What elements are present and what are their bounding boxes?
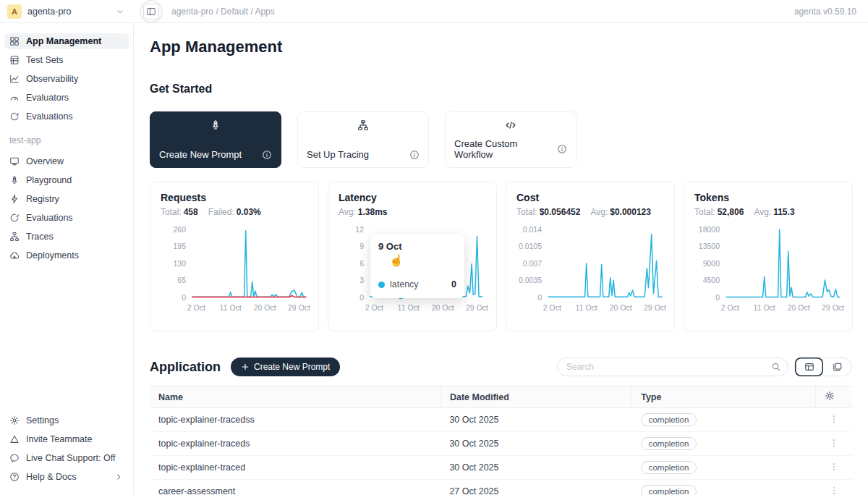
svg-text:2 Oct: 2 Oct	[721, 303, 739, 312]
sidebar-item-label: Evaluations	[26, 111, 73, 122]
search-input[interactable]	[558, 362, 765, 372]
plus-icon	[241, 363, 250, 371]
tree-icon	[9, 232, 20, 242]
main-content: App Management Get Started Create New Pr…	[134, 23, 868, 495]
card-view-button[interactable]	[823, 358, 851, 376]
app-name[interactable]: topic-explainer-traceds	[150, 432, 441, 456]
app-name[interactable]: career-assessment	[150, 480, 441, 495]
table-row[interactable]: topic-explainer-tracedss 30 Oct 2025 com…	[150, 408, 852, 432]
svg-text:20 Oct: 20 Oct	[610, 303, 632, 312]
svg-text:9000: 9000	[703, 259, 720, 268]
info-icon[interactable]	[557, 144, 567, 154]
workspace-selector[interactable]: A agenta-pro	[0, 0, 134, 22]
svg-text:20 Oct: 20 Oct	[432, 303, 454, 312]
set-up-tracing-card[interactable]: Set Up Tracing	[297, 111, 429, 168]
svg-text:11 Oct: 11 Oct	[220, 303, 242, 312]
table-view-icon	[804, 362, 814, 372]
sidebar-item-playground[interactable]: Playground	[4, 172, 129, 188]
svg-text:18000: 18000	[699, 225, 720, 234]
svg-text:29 Oct: 29 Oct	[288, 303, 310, 312]
sidebar-item-label: Registry	[26, 194, 59, 204]
svg-text:0: 0	[182, 293, 186, 302]
application-heading: Application	[150, 360, 221, 375]
stat-label: Total:	[516, 207, 537, 217]
tooltip-date: 9 Oct	[378, 241, 456, 252]
svg-text:4500: 4500	[703, 276, 720, 284]
series-dot-icon	[378, 282, 385, 288]
sidebar-item-evaluations[interactable]: Evaluations	[4, 210, 129, 226]
svg-text:0.007: 0.007	[523, 259, 542, 268]
row-actions-button[interactable]	[827, 484, 841, 495]
create-new-prompt-button[interactable]: Create New Prompt	[231, 358, 340, 376]
info-icon[interactable]	[262, 150, 272, 160]
svg-text:20 Oct: 20 Oct	[788, 303, 810, 312]
tooltip-series-label: latency	[390, 279, 419, 289]
dots-vertical-icon	[829, 414, 839, 424]
sidebar-item-label: Evaluations	[26, 213, 73, 223]
table-row[interactable]: topic-explainer-traced 30 Oct 2025 compl…	[150, 456, 852, 480]
app-name[interactable]: topic-explainer-tracedss	[150, 408, 441, 432]
sidebar-item-invite-teammate[interactable]: Invite Teammate	[4, 431, 129, 447]
get-started-cards: Create New Prompt Set Up Tracing Create …	[150, 111, 852, 168]
dots-vertical-icon	[829, 438, 839, 448]
sidebar-item-app-management[interactable]: App Management	[4, 33, 129, 49]
sidebar-item-test-sets[interactable]: Test Sets	[4, 52, 129, 68]
breadcrumb[interactable]: agenta-pro / Default / Apps	[171, 7, 275, 17]
row-actions-button[interactable]	[827, 412, 841, 428]
column-header-type[interactable]: Type	[632, 386, 816, 408]
sidebar-item-observability[interactable]: Observability	[4, 71, 129, 87]
svg-text:0: 0	[537, 293, 542, 302]
svg-text:11 Oct: 11 Oct	[398, 303, 420, 312]
search-button[interactable]	[765, 358, 788, 376]
sidebar-item-label: Settings	[26, 415, 59, 426]
sidebar-item-label: Traces	[26, 232, 54, 242]
sidebar-item-traces[interactable]: Traces	[4, 229, 129, 245]
grid-icon	[9, 36, 20, 46]
sidebar-item-settings[interactable]: Settings	[4, 412, 129, 428]
app-name[interactable]: topic-explainer-traced	[150, 456, 441, 480]
svg-text:11 Oct: 11 Oct	[754, 303, 775, 312]
app-version: agenta v0.59.10	[794, 7, 868, 17]
svg-text:65: 65	[177, 276, 186, 284]
table-row[interactable]: career-assessment 27 Oct 2025 completion	[150, 480, 852, 495]
row-actions-button[interactable]	[827, 460, 841, 475]
column-header-date-modified[interactable]: Date Modified	[441, 386, 631, 408]
column-header-name[interactable]: Name	[150, 386, 441, 408]
help-icon	[9, 472, 20, 482]
create-new-prompt-card[interactable]: Create New Prompt	[150, 111, 281, 168]
table-row[interactable]: topic-explainer-traceds 30 Oct 2025 comp…	[150, 432, 852, 456]
dots-vertical-icon	[829, 486, 839, 495]
sidebar-item-label: App Management	[26, 36, 101, 46]
svg-text:12: 12	[355, 225, 364, 234]
button-label: Create New Prompt	[254, 362, 330, 372]
get-started-heading: Get Started	[150, 82, 852, 96]
table-settings-gear-icon[interactable]	[825, 391, 835, 401]
sidebar-item-evaluations[interactable]: Evaluations	[4, 109, 129, 124]
search-icon	[771, 362, 781, 372]
row-actions-button[interactable]	[827, 436, 841, 452]
sidebar-toggle-button[interactable]	[143, 4, 159, 20]
sidebar-item-help-docs[interactable]: Help & Docs	[4, 469, 129, 485]
sidebar-item-evaluators[interactable]: Evaluators	[4, 90, 129, 106]
sidebar-item-overview[interactable]: Overview	[4, 153, 129, 169]
info-icon[interactable]	[409, 150, 420, 160]
sidebar-item-registry[interactable]: Registry	[4, 191, 129, 207]
topbar: A agenta-pro agenta-pro / Default / Apps…	[0, 0, 868, 23]
sidebar-item-live-chat-support-off[interactable]: Live Chat Support: Off	[4, 450, 129, 466]
sidebar-item-label: Live Chat Support: Off	[26, 453, 115, 463]
stat-label: Failed:	[208, 207, 234, 217]
tokens-chart: 04500900013500180002 Oct11 Oct20 Oct29 O…	[694, 224, 843, 315]
gear-icon	[9, 415, 20, 426]
workspace-name: agenta-pro	[27, 7, 71, 17]
create-custom-workflow-card[interactable]: Create Custom Workflow	[445, 111, 576, 168]
testsets-icon	[9, 55, 20, 65]
view-toggle	[794, 358, 852, 376]
stat-label: Avg:	[339, 207, 356, 217]
sidebar-item-deployments[interactable]: Deployments	[4, 248, 129, 263]
svg-text:2 Oct: 2 Oct	[187, 303, 205, 312]
card-view-icon	[833, 362, 843, 372]
table-view-button[interactable]	[795, 358, 823, 376]
svg-text:2 Oct: 2 Oct	[543, 303, 561, 312]
chat-icon	[9, 453, 20, 463]
chart-title: Requests	[161, 192, 308, 203]
